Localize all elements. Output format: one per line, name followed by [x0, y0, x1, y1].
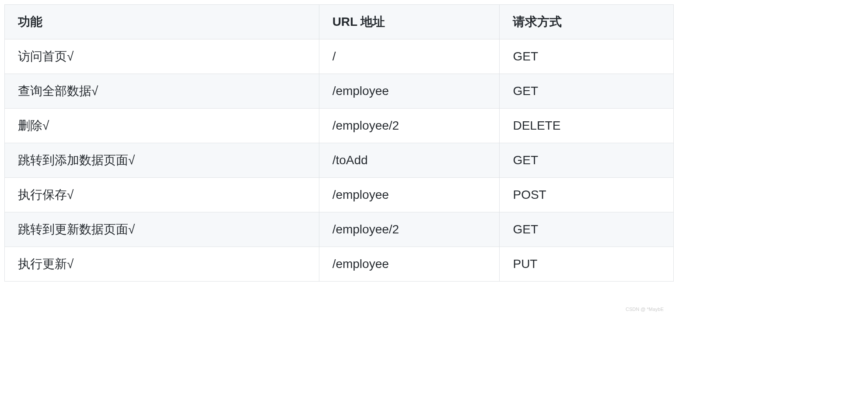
cell-function: 删除√	[5, 109, 319, 143]
table-row: 访问首页√ / GET	[5, 39, 674, 74]
cell-function: 查询全部数据√	[5, 74, 319, 109]
table-row: 执行保存√ /employee POST	[5, 178, 674, 212]
cell-url: /employee/2	[319, 109, 500, 143]
cell-method: DELETE	[500, 109, 674, 143]
cell-url: /	[319, 39, 500, 74]
cell-url: /employee	[319, 178, 500, 212]
cell-function: 执行保存√	[5, 178, 319, 212]
cell-method: GET	[500, 39, 674, 74]
cell-method: GET	[500, 143, 674, 178]
table-row: 查询全部数据√ /employee GET	[5, 74, 674, 109]
api-routes-table: 功能 URL 地址 请求方式 访问首页√ / GET 查询全部数据√ /empl…	[4, 4, 674, 282]
cell-method: GET	[500, 74, 674, 109]
cell-method: POST	[500, 178, 674, 212]
table-row: 跳转到更新数据页面√ /employee/2 GET	[5, 212, 674, 247]
cell-url: /toAdd	[319, 143, 500, 178]
cell-function: 访问首页√	[5, 39, 319, 74]
header-function: 功能	[5, 5, 319, 39]
table-header-row: 功能 URL 地址 请求方式	[5, 5, 674, 39]
cell-function: 跳转到添加数据页面√	[5, 143, 319, 178]
cell-function: 执行更新√	[5, 247, 319, 282]
header-url: URL 地址	[319, 5, 500, 39]
cell-url: /employee/2	[319, 212, 500, 247]
table-row: 跳转到添加数据页面√ /toAdd GET	[5, 143, 674, 178]
cell-url: /employee	[319, 247, 500, 282]
table-row: 删除√ /employee/2 DELETE	[5, 109, 674, 143]
cell-method: PUT	[500, 247, 674, 282]
cell-function: 跳转到更新数据页面√	[5, 212, 319, 247]
header-method: 请求方式	[500, 5, 674, 39]
table-row: 执行更新√ /employee PUT	[5, 247, 674, 282]
cell-url: /employee	[319, 74, 500, 109]
cell-method: GET	[500, 212, 674, 247]
